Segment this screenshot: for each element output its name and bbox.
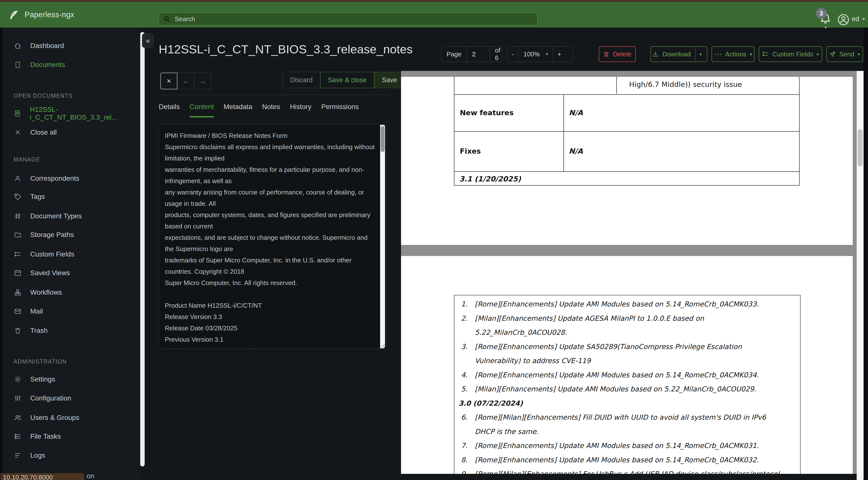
- sidebar-item-correspondents[interactable]: Correspondents: [2, 170, 140, 187]
- sidebar: DashboardDocumentsOPEN DOCUMENTSH12SSL-i…: [2, 28, 140, 480]
- discard-button[interactable]: Discard: [282, 72, 320, 88]
- sidebar-item-settings[interactable]: Settings: [2, 371, 140, 388]
- top-bar: Paperless-ngx 3 ▾ ed ▾: [0, 2, 868, 28]
- pdf-list-item: 2.[Milan][Enhancements] Update AGESA Mil…: [455, 314, 800, 328]
- download-button[interactable]: Download ▾: [651, 46, 707, 62]
- trash-icon: [13, 327, 22, 334]
- tab-content[interactable]: Content: [190, 100, 214, 117]
- pdf-scrollbar-thumb[interactable]: [858, 129, 863, 166]
- zoom-value: 100%: [524, 51, 540, 58]
- pdf-list-item: Vulnerability) to address CVE-119: [455, 357, 800, 371]
- save-button[interactable]: Save: [374, 72, 405, 88]
- sidebar-item-users-groups[interactable]: Users & Groups: [2, 409, 140, 426]
- sidebar-collapse-button[interactable]: «: [142, 33, 154, 48]
- window-top-strip: [0, 0, 868, 2]
- actions-button[interactable]: ⋯ Actions ▾: [712, 46, 754, 62]
- tab-permissions[interactable]: Permissions: [321, 100, 359, 117]
- sidebar-item-storage-paths[interactable]: Storage Paths: [2, 226, 140, 243]
- sidebar-section-header-open-documents: OPEN DOCUMENTS: [13, 91, 136, 101]
- custom-fields-caret-icon: ▾: [816, 52, 819, 57]
- download-caret-button[interactable]: ▾: [695, 47, 706, 62]
- zoom-in-button[interactable]: +: [553, 47, 566, 62]
- user-menu-caret-icon: ▾: [863, 16, 865, 22]
- send-icon: [829, 51, 836, 57]
- sidebar-item-document-types[interactable]: Document Types: [2, 208, 140, 225]
- pdf-list-heading: 3.0 (07/22/2024): [455, 399, 800, 413]
- content-textarea[interactable]: IPMI Firmware / BIOS Release Notes Form …: [159, 125, 386, 349]
- tab-details[interactable]: Details: [159, 100, 180, 117]
- pdf-table-value: N/A: [569, 109, 583, 117]
- pdf-list-item: 6.[Rome][Milan][Enhancements] Fill DUID …: [455, 413, 800, 427]
- sidebar-item-mail[interactable]: Mail: [2, 303, 140, 320]
- sidebar-item-workflows[interactable]: Workflows: [2, 284, 140, 301]
- sidebar-scrollbar[interactable]: [140, 32, 145, 467]
- page-label: Page: [442, 47, 466, 62]
- pdf-page-1: High/6.7 Middle)) security issue New fea…: [401, 77, 853, 245]
- pdf-list-text: [Rome][Enhancements] Update SA50289(Tian…: [475, 343, 742, 351]
- sidebar-item-label: Workflows: [30, 289, 62, 296]
- tab-metadata[interactable]: Metadata: [224, 100, 252, 117]
- sidebar-item-file-tasks[interactable]: File Tasks: [2, 428, 140, 445]
- pdf-list-item: 4.[Rome][Enhancements] Update AMI Module…: [455, 371, 800, 385]
- sidebar-item-label: Document Types: [30, 212, 82, 220]
- zoom-select[interactable]: 100% ▾: [518, 47, 553, 62]
- feather-logo-icon: [8, 9, 19, 20]
- sidebar-item-close-all[interactable]: Close all: [2, 124, 140, 141]
- pdf-table-row-fixes: Fixes N/A: [454, 132, 800, 172]
- user-avatar-icon[interactable]: [837, 13, 850, 26]
- bell-caret-icon: ▾: [825, 25, 827, 30]
- custom-fields-button[interactable]: Custom Fields ▾: [759, 46, 822, 62]
- send-button[interactable]: Send ▾: [827, 46, 863, 62]
- custom-fields-icon: [762, 51, 769, 58]
- right-edge: [864, 28, 868, 480]
- sidebar-item-label: File Tasks: [30, 432, 61, 440]
- sidebar-item-label: Dashboard: [30, 42, 64, 50]
- sidebar-item-configuration[interactable]: Configuration: [2, 390, 140, 407]
- content-scrollbar-thumb[interactable]: [381, 126, 384, 152]
- sidebar-item-custom-fields[interactable]: Custom Fields: [2, 246, 140, 263]
- tab-notes[interactable]: Notes: [262, 100, 280, 117]
- zoom-out-button[interactable]: -: [507, 47, 518, 62]
- left-edge: [0, 28, 2, 480]
- pdf-table-value: N/A: [569, 147, 583, 155]
- person-icon: [13, 175, 22, 182]
- file-text-icon: [13, 110, 22, 117]
- pdf-table-row-partial: High/6.7 Middle)) security issue: [454, 77, 800, 95]
- home-icon: [13, 42, 22, 50]
- file-icon: [13, 61, 22, 68]
- pdf-table-row-new-features: New features N/A: [454, 95, 800, 132]
- page-widget: Page of 6: [441, 46, 502, 62]
- sidebar-item-saved-views[interactable]: Saved Views: [2, 264, 140, 281]
- next-document-button[interactable]: →: [194, 72, 211, 89]
- delete-button[interactable]: Delete: [599, 46, 636, 62]
- pdf-list-item: 5.[Milan][Enhancements] Update AMI Modul…: [455, 385, 800, 399]
- user-name[interactable]: ed: [852, 15, 859, 23]
- close-document-button[interactable]: ×: [160, 72, 177, 89]
- previous-document-button[interactable]: ←: [177, 72, 194, 89]
- sidebar-item-label: Logs: [30, 451, 45, 459]
- pdf-list-number: 8.: [461, 456, 468, 464]
- actions-label: Actions: [725, 51, 746, 58]
- global-search[interactable]: [159, 12, 537, 25]
- content-scrollbar-track[interactable]: [380, 125, 385, 348]
- sidebar-item-trash[interactable]: Trash: [2, 322, 140, 339]
- sidebar-item-h12ssl-i-c-ct-nt-bios-3-3-rel[interactable]: H12SSL-i_C_CT_NT_BIOS_3.3_rel...: [2, 105, 140, 122]
- download-icon: [652, 51, 659, 58]
- sidebar-item-documentation-partial[interactable]: on: [87, 472, 94, 480]
- app-brand[interactable]: Paperless-ngx: [8, 2, 74, 28]
- save-and-close-button[interactable]: Save & close: [320, 72, 374, 88]
- pdf-list-text: [Rome][Enhancements] Update AMI Modules …: [475, 442, 759, 450]
- search-input[interactable]: [174, 15, 533, 23]
- sidebar-item-logs[interactable]: Logs: [2, 447, 140, 464]
- pdf-list-item: 1.[Rome][Enhancements] Update AMI Module…: [455, 300, 800, 314]
- trash-icon: [603, 51, 610, 57]
- sidebar-item-dashboard[interactable]: Dashboard: [2, 37, 140, 54]
- pdf-list-text: [Milan][Enhancements] Update AGESA Milan…: [475, 314, 704, 323]
- sidebar-item-label: Custom Fields: [30, 250, 74, 258]
- folder-icon: [13, 231, 22, 239]
- page-number-input[interactable]: [472, 50, 485, 58]
- sidebar-item-tags[interactable]: Tags: [2, 188, 140, 205]
- textarea-resize-handle[interactable]: [379, 342, 385, 348]
- tab-history[interactable]: History: [290, 100, 311, 117]
- sidebar-item-documents[interactable]: Documents: [2, 56, 140, 73]
